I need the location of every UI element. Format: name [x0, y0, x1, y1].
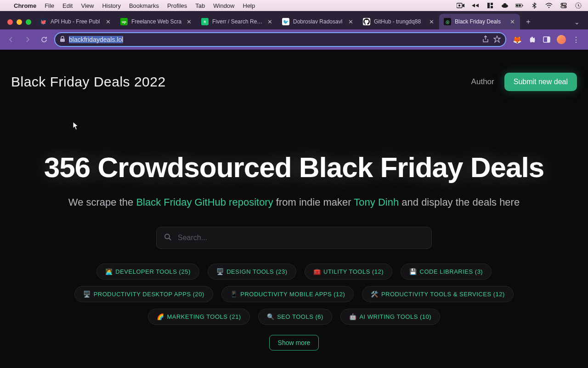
site-header: Black Friday Deals 2022 Author Submit ne… — [0, 63, 588, 96]
tab-close-icon[interactable]: ✕ — [186, 18, 192, 25]
emoji-icon: 📱 — [230, 291, 238, 298]
svg-point-10 — [548, 7, 549, 8]
tab-close-icon[interactable]: ✕ — [347, 18, 354, 25]
favicon-icon: 🐦 — [282, 18, 289, 25]
tab-overflow-button[interactable]: ⌄ — [570, 18, 584, 29]
tab-title: Black Friday Deals — [455, 18, 505, 25]
bluetooth-icon[interactable] — [530, 1, 538, 10]
menubar-app-name[interactable]: Chrome — [14, 2, 36, 9]
control-center-icon[interactable] — [560, 1, 568, 10]
window-close-button[interactable] — [7, 19, 13, 25]
address-bar[interactable]: blackfridaydeals.lol — [54, 32, 506, 47]
tab-title: Dobroslav Radosavl — [293, 18, 344, 25]
category-chips: 👩‍💻DEVELOPER TOOLS (25) 🖥️DESIGN TOOLS (… — [18, 249, 570, 325]
show-more-button[interactable]: Show more — [269, 335, 319, 351]
browser-tab[interactable]: up Freelance Web Scra ✕ — [116, 14, 197, 29]
profile-avatar-icon[interactable] — [557, 35, 566, 44]
chrome-menu-icon[interactable]: ⋮ — [571, 35, 581, 44]
browser-tab-active[interactable]: ◎ Black Friday Deals ✕ — [439, 14, 520, 29]
svg-point-14 — [565, 6, 566, 8]
svg-rect-6 — [503, 3, 506, 5]
share-icon[interactable] — [482, 35, 489, 44]
tab-strip: 🐙 API Hub - Free Publ ✕ up Freelance Web… — [0, 11, 588, 29]
chip-marketing-tools[interactable]: 🌈MARKETING TOOLS (21) — [148, 309, 250, 325]
menu-bookmarks[interactable]: Bookmarks — [129, 2, 159, 9]
site-title: Black Friday Deals 2022 — [11, 74, 166, 90]
window-minimize-button[interactable] — [17, 19, 22, 25]
reload-button[interactable] — [38, 33, 51, 46]
browser-toolbar: blackfridaydeals.lol 🦊 ⋮ — [0, 29, 588, 50]
favicon-icon — [363, 18, 370, 25]
menu-view[interactable]: View — [81, 2, 94, 9]
browser-tab[interactable]: fi Fiverr / Search Resu ✕ — [197, 14, 277, 29]
tab-close-icon[interactable]: ✕ — [509, 18, 515, 25]
extension-icon[interactable]: 🦊 — [513, 35, 522, 44]
menu-tab[interactable]: Tab — [195, 2, 205, 9]
tab-title: Fiverr / Search Resu — [212, 18, 263, 25]
chip-seo-tools[interactable]: 🔍SEO TOOLS (6) — [258, 309, 332, 325]
chip-design-tools[interactable]: 🖥️DESIGN TOOLS (23) — [208, 264, 296, 280]
emoji-icon: 💾 — [409, 268, 417, 275]
emoji-icon: 👩‍💻 — [105, 268, 113, 275]
side-panel-icon[interactable] — [542, 35, 551, 44]
favicon-icon: fi — [201, 18, 209, 25]
tab-close-icon[interactable]: ✕ — [428, 18, 435, 25]
bookmark-star-icon[interactable] — [493, 35, 501, 44]
page-content: Black Friday Deals 2022 Author Submit ne… — [0, 63, 588, 368]
submit-deal-button[interactable]: Submit new deal — [504, 73, 577, 91]
tab-close-icon[interactable]: ✕ — [105, 18, 111, 25]
clock-icon[interactable] — [574, 1, 582, 10]
favicon-icon: up — [120, 18, 128, 25]
window-controls — [4, 19, 35, 29]
menu-help[interactable]: Help — [243, 2, 255, 9]
chip-productivity-mobile[interactable]: 📱PRODUCTIVITY MOBILE APPS (12) — [221, 286, 354, 302]
chip-developer-tools[interactable]: 👩‍💻DEVELOPER TOOLS (25) — [96, 264, 199, 280]
menu-profiles[interactable]: Profiles — [167, 2, 187, 9]
chip-productivity-desktop[interactable]: 🖥️PRODUCTIVITY DESKTOP APPS (20) — [74, 286, 213, 302]
author-name-link[interactable]: Tony Dinh — [354, 196, 399, 208]
tab-title: GitHub - trungdq88 — [374, 18, 424, 25]
status-icon-3[interactable] — [501, 1, 509, 10]
search-icon — [164, 233, 171, 242]
svg-rect-4 — [491, 6, 493, 8]
chip-ai-writing-tools[interactable]: 🤖AI WRITING TOOLS (10) — [340, 309, 440, 325]
status-icon-1[interactable] — [471, 1, 480, 10]
svg-rect-9 — [522, 5, 523, 6]
chip-code-libraries[interactable]: 💾CODE LIBRARIES (3) — [401, 264, 492, 280]
battery-icon[interactable] — [515, 1, 524, 10]
menu-history[interactable]: History — [102, 2, 120, 9]
chrome-window-frame: 🐙 API Hub - Free Publ ✕ up Freelance Web… — [0, 11, 588, 50]
hero-subtitle: We scrape the Black Friday GitHub reposi… — [18, 196, 570, 208]
screen-record-icon[interactable] — [457, 1, 465, 10]
window-fullscreen-button[interactable] — [26, 19, 31, 25]
tab-close-icon[interactable]: ✕ — [266, 18, 273, 25]
menu-window[interactable]: Window — [213, 2, 234, 9]
menu-file[interactable]: File — [45, 2, 54, 9]
favicon-icon: ◎ — [444, 18, 451, 25]
svg-point-19 — [165, 234, 170, 239]
author-link[interactable]: Author — [471, 77, 494, 86]
chip-productivity-tools[interactable]: 🛠️PRODUCTIVITY TOOLS & SERVICES (12) — [362, 286, 513, 302]
new-tab-button[interactable]: ＋ — [522, 15, 535, 28]
browser-tab[interactable]: GitHub - trungdq88 ✕ — [358, 14, 439, 29]
github-repo-link[interactable]: Black Friday GitHub repository — [136, 196, 273, 208]
status-icon-2[interactable] — [486, 1, 494, 10]
svg-point-12 — [562, 4, 563, 5]
emoji-icon: 🖥️ — [83, 291, 91, 298]
browser-tab[interactable]: 🐦 Dobroslav Radosavl ✕ — [277, 14, 358, 29]
macos-menubar: Chrome File Edit View History Bookmarks … — [0, 0, 588, 11]
menu-edit[interactable]: Edit — [62, 2, 73, 9]
back-button[interactable] — [5, 33, 17, 46]
svg-rect-2 — [487, 3, 490, 8]
forward-button[interactable] — [21, 33, 34, 46]
search-box[interactable] — [156, 227, 432, 249]
lock-icon — [60, 36, 65, 44]
svg-point-1 — [458, 5, 460, 6]
emoji-icon: 🔍 — [267, 313, 275, 320]
browser-tab[interactable]: 🐙 API Hub - Free Publ ✕ — [35, 14, 116, 29]
search-input[interactable] — [178, 234, 424, 242]
chip-utility-tools[interactable]: 🧰UTILITY TOOLS (12) — [305, 264, 393, 280]
extensions-menu-icon[interactable] — [527, 35, 537, 44]
svg-rect-16 — [60, 39, 65, 42]
wifi-icon[interactable] — [545, 1, 553, 10]
